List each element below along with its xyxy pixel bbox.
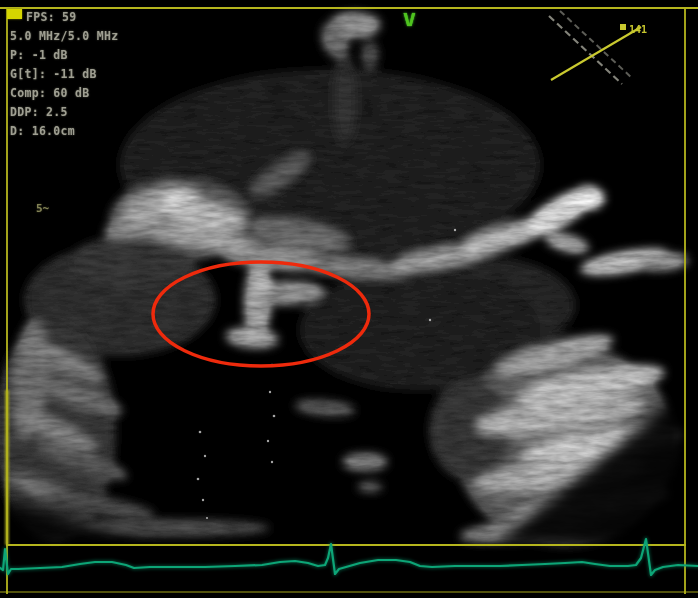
ecg-trace-line [0,539,698,575]
ecg-strip [0,0,698,598]
ecg-trace-glow [0,539,698,575]
ultrasound-screen: 141 FPS: 59 5.0 MHz/5.0 MHz P: -1 dB G[t… [0,0,698,598]
